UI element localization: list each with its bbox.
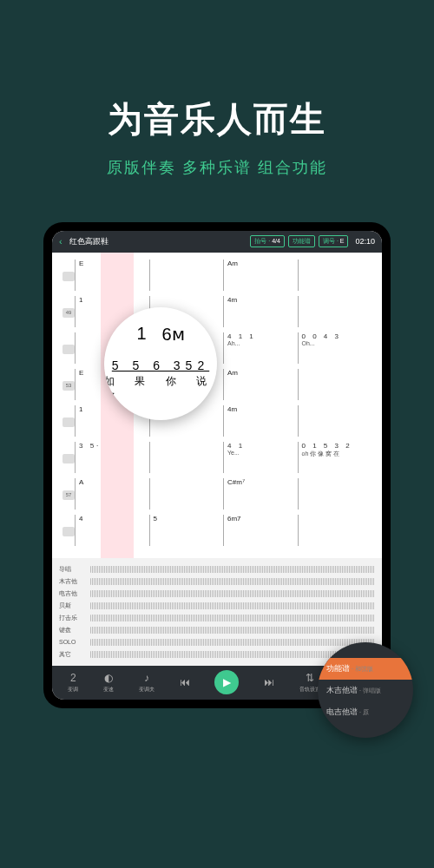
pitch-button[interactable]: ♪ 变调夫 xyxy=(139,672,155,694)
bar-number: 57 xyxy=(62,490,75,500)
speed-button[interactable]: ◐ 变速 xyxy=(103,672,114,694)
popup-item-functional[interactable]: 功能谱· 和弦版 xyxy=(318,658,413,680)
timecode: 02:10 xyxy=(355,237,375,246)
tune-icon: ♪ xyxy=(144,672,149,684)
magnified-notes: 5 5 6 352 xyxy=(112,358,209,372)
transpose-button[interactable]: 2 变调 xyxy=(68,672,78,694)
track-row[interactable]: 其它 xyxy=(59,648,375,661)
play-icon: ▶ xyxy=(223,676,231,688)
hero-title: 为音乐人而生 xyxy=(0,95,434,143)
track-row[interactable]: 木吉他 xyxy=(59,575,375,588)
key-signature-badge[interactable]: 调号 · E xyxy=(319,235,349,247)
app-header: ‹ 红色高跟鞋 拍号 · 4/4 功能谱 调号 · E 02:10 xyxy=(52,231,382,253)
track-row[interactable]: SOLO xyxy=(59,636,375,648)
score-area[interactable]: E Am 49 1 4m 4 1 1Ah... 0 0 4 3Oh... 53 xyxy=(52,253,382,558)
gauge-icon: ◐ xyxy=(104,672,113,684)
bar-number xyxy=(62,272,75,281)
track-row[interactable]: 键盘 xyxy=(59,624,375,636)
score-type-popup: 功能谱· 和弦版 木吉他谱· 弹唱版 电吉他谱· 原 xyxy=(318,642,413,738)
skip-back-icon: ⏮ xyxy=(180,676,190,688)
next-button[interactable]: ⏭ xyxy=(264,676,274,688)
tablet-frame: ‹ 红色高跟鞋 拍号 · 4/4 功能谱 调号 · E 02:10 E Am 4… xyxy=(43,222,391,708)
track-row[interactable]: 电吉他 xyxy=(59,588,375,600)
time-signature-badge[interactable]: 拍号 · 4/4 xyxy=(250,235,285,247)
popup-item-acoustic[interactable]: 木吉他谱· 弹唱版 xyxy=(318,680,413,701)
track-row[interactable]: 贝斯 xyxy=(59,600,375,612)
track-row[interactable]: 导唱 xyxy=(59,563,375,575)
skip-forward-icon: ⏭ xyxy=(264,676,274,688)
song-title: 红色高跟鞋 xyxy=(69,236,247,247)
bar-number: 49 xyxy=(62,308,75,318)
back-icon[interactable]: ‹ xyxy=(59,236,62,247)
popup-item-electric[interactable]: 电吉他谱· 原 xyxy=(318,701,413,723)
bar-number: 53 xyxy=(62,381,75,391)
track-row[interactable]: 打击乐 xyxy=(59,612,375,624)
track-panel: 导唱 木吉他 电吉他 贝斯 打击乐 键盘 SOLO 其它 xyxy=(52,558,382,666)
prev-button[interactable]: ⏮ xyxy=(180,676,190,688)
score-type-badge[interactable]: 功能谱 xyxy=(288,235,315,247)
magnified-lyrics: 如 果 你 说你 xyxy=(104,374,217,404)
sliders-icon: ⇅ xyxy=(306,672,314,684)
magnifier-lens: 1 6ᴍ 5 5 6 352 如 果 你 说你 xyxy=(104,307,217,420)
hero-subtitle: 原版伴奏 多种乐谱 组合功能 xyxy=(0,157,434,178)
play-button[interactable]: ▶ xyxy=(214,670,239,694)
